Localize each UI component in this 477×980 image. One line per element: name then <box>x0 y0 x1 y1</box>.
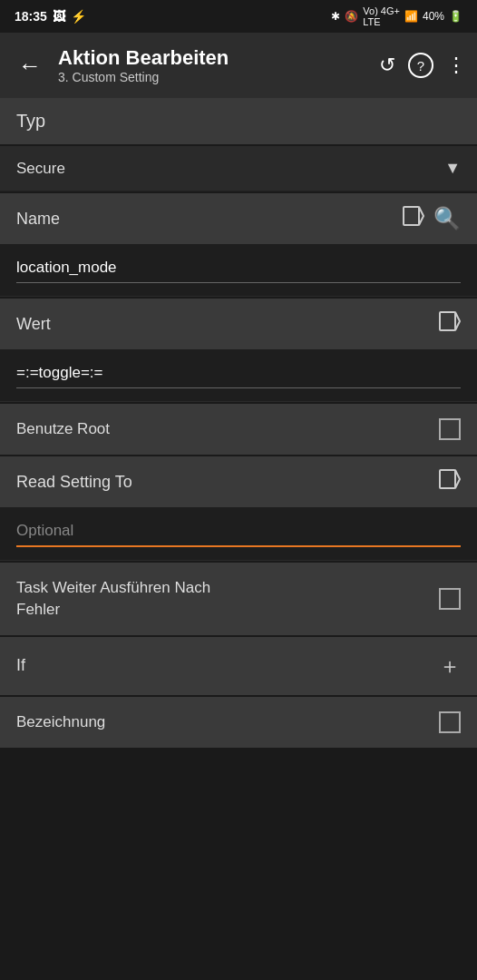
bezeichnung-label: Bezeichnung <box>16 713 439 731</box>
dropdown-value: Secure <box>16 160 65 178</box>
battery-percent: 40% <box>423 10 444 23</box>
tag-icon-wert[interactable] <box>439 311 461 337</box>
app-bar-titles: Aktion Bearbeiten 3. Custom Setting <box>58 46 370 84</box>
mute-icon: 🔕 <box>345 10 358 23</box>
svg-marker-3 <box>455 312 460 330</box>
read-setting-icons <box>439 469 461 495</box>
name-section-header: Name 🔍 <box>0 193 477 244</box>
bluetooth-icon: ✱ <box>331 10 340 23</box>
content-area: Typ Secure ▼ Name 🔍 Wert <box>0 98 477 820</box>
name-label: Name <box>16 210 403 229</box>
bolt-icon: ⚡ <box>71 9 86 24</box>
wert-input[interactable] <box>16 358 461 388</box>
optional-input[interactable] <box>16 516 461 547</box>
back-button[interactable]: ← <box>11 48 49 83</box>
app-bar: ← Aktion Bearbeiten 3. Custom Setting ↺ … <box>0 33 477 98</box>
if-label: If <box>16 656 25 675</box>
bottom-spacer <box>0 748 477 820</box>
wert-header-icons <box>439 311 461 337</box>
status-right-icons: ✱ 🔕 Vo) 4G+LTE 📶 40% 🔋 <box>331 5 462 27</box>
app-bar-subtitle: 3. Custom Setting <box>58 70 370 84</box>
battery-icon: 🔋 <box>449 10 462 23</box>
time-display: 18:35 <box>15 9 47 24</box>
svg-rect-0 <box>404 207 419 225</box>
dropdown-arrow-icon: ▼ <box>444 159 461 178</box>
benutze-root-row[interactable]: Benutze Root <box>0 404 477 455</box>
typ-section-header: Typ <box>0 98 477 144</box>
app-bar-actions: ↺ ? ⋮ <box>379 53 466 78</box>
tag-icon-read[interactable] <box>439 469 461 495</box>
task-weiter-checkbox[interactable] <box>439 588 461 610</box>
signal-text: Vo) 4G+LTE <box>363 5 400 27</box>
read-setting-label: Read Setting To <box>16 473 439 492</box>
refresh-button[interactable]: ↺ <box>379 54 395 77</box>
tag-icon-name[interactable] <box>403 206 424 231</box>
typ-label: Typ <box>16 111 45 131</box>
name-input[interactable] <box>16 253 461 283</box>
signal-bars-icon: 📶 <box>404 10 418 23</box>
gallery-icon: 🖼 <box>53 9 65 24</box>
more-options-button[interactable]: ⋮ <box>446 54 466 77</box>
secure-dropdown[interactable]: Secure ▼ <box>0 146 477 191</box>
svg-marker-5 <box>455 470 460 488</box>
search-icon[interactable]: 🔍 <box>433 206 461 231</box>
svg-rect-4 <box>440 470 455 488</box>
svg-marker-1 <box>419 207 423 225</box>
status-time: 18:35 🖼 ⚡ <box>15 9 86 24</box>
wert-input-row <box>0 349 477 402</box>
bezeichnung-checkbox[interactable] <box>439 711 461 733</box>
status-bar: 18:35 🖼 ⚡ ✱ 🔕 Vo) 4G+LTE 📶 40% 🔋 <box>0 0 477 33</box>
benutze-root-label: Benutze Root <box>16 420 439 438</box>
wert-section-header: Wert <box>0 299 477 349</box>
if-add-button[interactable]: ＋ <box>439 652 461 681</box>
wert-label: Wert <box>16 315 439 334</box>
svg-rect-2 <box>440 312 455 330</box>
read-setting-header: Read Setting To <box>0 456 477 507</box>
bezeichnung-row[interactable]: Bezeichnung <box>0 697 477 748</box>
name-header-icons: 🔍 <box>403 206 461 231</box>
optional-row <box>0 507 477 561</box>
name-input-row <box>0 244 477 297</box>
if-row[interactable]: If ＋ <box>0 637 477 695</box>
task-weiter-row[interactable]: Task Weiter Ausführen NachFehler <box>0 563 477 635</box>
app-bar-title: Aktion Bearbeiten <box>58 46 370 70</box>
benutze-root-checkbox[interactable] <box>439 418 461 440</box>
task-weiter-label: Task Weiter Ausführen NachFehler <box>16 577 439 621</box>
help-button[interactable]: ? <box>408 53 433 78</box>
